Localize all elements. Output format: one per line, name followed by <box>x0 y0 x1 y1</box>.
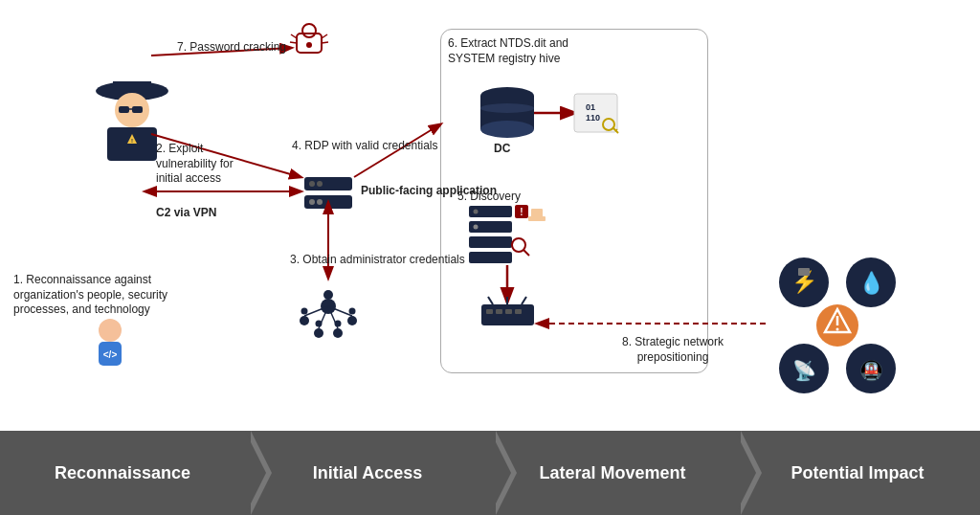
svg-point-56 <box>474 210 479 214</box>
step8-label: 8. Strategic network prepositioning <box>611 335 735 365</box>
step1-label: 1. Reconnaissance against organization's… <box>13 273 181 318</box>
step4-label: 4. RDP with valid credentials <box>292 139 438 154</box>
svg-point-31 <box>347 316 357 325</box>
svg-line-15 <box>322 42 328 43</box>
step6-label: 6. Extract NTDS.dit and SYSTEM registry … <box>448 36 601 66</box>
svg-point-19 <box>317 181 323 187</box>
c2-label: C2 via VPN <box>156 206 216 221</box>
svg-point-58 <box>474 225 479 230</box>
phase-reconnaissance: Reconnaissance <box>0 431 245 515</box>
phase-initial-access: Initial Access <box>245 431 490 515</box>
svg-rect-69 <box>486 309 493 314</box>
phase-initial-access-label: Initial Access <box>313 463 422 483</box>
svg-point-47 <box>480 103 534 113</box>
svg-rect-70 <box>496 309 502 314</box>
svg-text:110: 110 <box>586 113 600 123</box>
svg-point-30 <box>301 308 308 315</box>
svg-text:01: 01 <box>586 102 595 112</box>
svg-rect-71 <box>505 309 512 314</box>
svg-line-75 <box>522 297 526 304</box>
svg-line-13 <box>290 42 297 43</box>
svg-rect-62 <box>528 216 546 221</box>
svg-rect-79 <box>798 268 810 276</box>
main-container: ! <box>0 0 980 515</box>
phase-lateral-movement-label: Lateral Movement <box>539 463 685 483</box>
svg-text:!: ! <box>520 207 523 217</box>
svg-rect-63 <box>469 236 512 248</box>
dc-label: DC <box>494 142 510 157</box>
step3-label: 3. Obtain administrator credentials <box>290 253 465 268</box>
svg-rect-10 <box>302 24 316 37</box>
svg-rect-6 <box>107 127 157 161</box>
step7-label: 7. Password cracking <box>177 40 286 56</box>
phase-bar: Reconnaissance Initial Access Lateral Mo… <box>0 431 980 515</box>
step2-label: 2. Exploit vulnerability for initial acc… <box>156 142 261 187</box>
svg-rect-1 <box>113 81 151 87</box>
svg-point-85 <box>836 328 839 331</box>
svg-point-28 <box>323 290 333 300</box>
svg-point-11 <box>306 42 312 48</box>
svg-text:!: ! <box>131 138 133 144</box>
svg-point-65 <box>512 238 525 252</box>
svg-point-32 <box>349 308 356 315</box>
svg-text:📡: 📡 <box>792 359 816 382</box>
svg-line-66 <box>523 250 529 256</box>
svg-rect-68 <box>481 304 534 325</box>
svg-point-18 <box>309 181 315 187</box>
svg-rect-72 <box>515 309 522 314</box>
svg-point-46 <box>480 121 534 138</box>
svg-point-33 <box>314 328 323 338</box>
svg-rect-3 <box>119 106 129 113</box>
svg-text:💧: 💧 <box>858 270 885 296</box>
svg-rect-64 <box>469 252 512 263</box>
phase-lateral-movement: Lateral Movement <box>490 431 735 515</box>
svg-point-29 <box>300 316 309 325</box>
phase-reconnaissance-label: Reconnaissance <box>55 463 190 483</box>
svg-text:🚇: 🚇 <box>859 359 883 382</box>
svg-rect-4 <box>132 106 143 113</box>
phase-potential-impact: Potential Impact <box>735 431 980 515</box>
step5-label: 5. Discovery <box>457 190 521 205</box>
svg-line-73 <box>488 297 493 304</box>
phase-potential-impact-label: Potential Impact <box>791 463 924 483</box>
svg-point-22 <box>317 199 323 205</box>
svg-text:</>: </> <box>103 349 118 360</box>
svg-point-41 <box>99 319 122 342</box>
svg-point-21 <box>309 199 315 205</box>
svg-point-35 <box>333 328 343 338</box>
